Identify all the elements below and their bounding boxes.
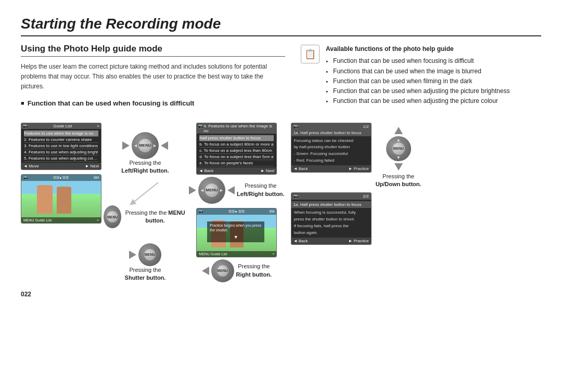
arrow-left-icon-2 — [227, 186, 235, 194]
updown-control: MENU ▲ ▼ Pressing the Up/Down button. — [376, 127, 422, 189]
pressing-label-1: Pressing the Left/Right button. — [121, 159, 169, 175]
arrow-left-icon-right-btn — [202, 267, 209, 275]
shutter-dial: MENU — [138, 243, 161, 266]
arrow-right-icon-2 — [189, 186, 196, 194]
photo2-group: 📷 ☰☰● ☰☰ 8M Practice begins when you pre… — [189, 208, 285, 282]
section-bullet-label: Function that can be used when focusing … — [28, 99, 195, 107]
photo-info-top: ☰☰● ☰☰ — [53, 176, 69, 180]
person2 — [57, 187, 71, 214]
dial-2: MENU ◄ ► — [198, 177, 225, 204]
arrow-right-icon-shutter — [129, 251, 136, 259]
dial2-left: ◄ — [200, 188, 205, 193]
photo-menu-label: MENU Guide List — [23, 218, 52, 222]
practice-page: 2/2 — [363, 194, 369, 199]
guide-row-2: 2. Features to counter camera shake — [24, 137, 98, 143]
section-heading: Using the Photo Help guide mode — [21, 44, 285, 57]
left-right-control-2: MENU ◄ ► Pressing the Left/Right button. — [189, 177, 285, 204]
dial-right-btn: MENU — [211, 259, 234, 282]
practice-line-2: press the shutter button to shoot. — [294, 216, 368, 223]
menu-pressing-label: Pressing the the MENU button. — [123, 209, 187, 225]
dial-1: MENU ◄ ► — [132, 132, 159, 159]
photo2-menu-label: MENU Guide List — [199, 252, 227, 256]
practice-screen-group: 📷 2/2 1a. Half press shutter button to f… — [291, 192, 422, 244]
photo2-bottom-bar: MENU Guide List + — [197, 251, 276, 257]
feature-item-2: Functions that can be used when the imag… — [326, 67, 510, 76]
arrow-down-icon — [394, 163, 403, 171]
dial-updown-bottom: ▼ — [396, 155, 401, 160]
menu-button-section: MENU Pressing the the MENU button. — [104, 180, 187, 228]
photo-screen-1: 📷 ☰☰● ☰☰ 8M MENU Guide List + — [21, 174, 101, 224]
focus-footer: ◄ Back ► Practice — [291, 165, 371, 172]
focus-subheader: 1a. Half press shutter button to focus — [291, 129, 371, 136]
guide-icon: 📷 — [23, 124, 28, 128]
person1 — [37, 185, 53, 214]
dial-updown-top: ▲ — [396, 137, 401, 142]
intro-description: Helps the user learn the correct picture… — [21, 62, 285, 92]
practice-line-1: When focusing is successful, fully — [294, 210, 368, 216]
note-icon: 📋 — [301, 45, 320, 63]
focus-line-3: - Green: Focusing successful — [294, 151, 368, 158]
diagram-area: 📷 Guide List » Features to use when the … — [21, 123, 541, 282]
guide-list-footer: ◄ Move ► Next — [21, 163, 101, 169]
guide-row-4: 4. Features to use when adjusting bright — [24, 149, 98, 155]
practice-footer: ◄ Back ► Practice — [291, 238, 371, 244]
arrow-up-icon — [394, 127, 403, 134]
photo2-top-bar: 📷 ☰☰● ☰☰ 8M — [197, 208, 276, 215]
shutter-row: MENU — [129, 243, 161, 266]
practice-caption: Practice begins when you press the shutt… — [207, 221, 264, 242]
feat-icon: 📷 — [198, 124, 203, 133]
right-top-group: 📷 1/2 1a. Half press shutter button to f… — [291, 123, 422, 189]
menu-dial-row: MENU Pressing the the MENU button. — [104, 205, 187, 228]
practice-header: 📷 2/2 — [291, 193, 371, 200]
pressing-label-2: Pressing the Left/Right button. — [237, 182, 285, 198]
feat-row-3: c. To focus on a subject less than 80cm — [199, 148, 274, 154]
photo2-megapixel: 8M — [270, 210, 275, 214]
svg-line-0 — [132, 182, 158, 203]
feat-row-5: e. To focus on people's faces — [199, 160, 274, 166]
left-right-bold-2: Left/Right button. — [237, 191, 285, 197]
dial2-right: ► — [219, 188, 224, 193]
center-right-screens: 📷 4. Features to use when the Image is o… — [189, 123, 285, 282]
features-footer: ◄ Back ► Next — [197, 167, 276, 174]
dial-left-arrow-1: ◄ — [133, 143, 138, 148]
photo2-plus: + — [272, 252, 274, 256]
guide-list-header: 📷 Guide List » — [21, 123, 101, 129]
right-button-control: MENU Pressing the Right button. — [202, 259, 272, 282]
feature-item-3: Function that can be used when filming i… — [326, 76, 510, 86]
dial-inner-1: MENU — [138, 139, 152, 152]
dial-updown: MENU ▲ ▼ — [386, 136, 411, 161]
right-pressing-label: Pressing the Right button. — [236, 263, 272, 279]
shutter-bold: Shutter button. — [125, 275, 166, 281]
feature-item-4: Function that can be used when adjusting… — [326, 86, 510, 96]
diagonal-arrow-svg — [127, 180, 163, 208]
feat-row-2: b. To focus on a subject 80cm or more a — [199, 141, 274, 148]
guide-list-screen: 📷 Guide List » Features to use when the … — [21, 123, 101, 170]
feat-row-4: d. To focus on a subject less than 5cm a — [199, 154, 274, 160]
dial-right-arrow-1: ► — [152, 143, 157, 148]
guide-list-title: Guide List — [53, 124, 72, 128]
right-column: 📷 1/2 1a. Half press shutter button to f… — [291, 123, 422, 282]
feature-item-1: Function that can be used when focusing … — [326, 56, 510, 66]
left-right-control-1: MENU ◄ ► Pressing the Left/Right button. — [121, 132, 169, 175]
features-title: 4. Features to use when the Image is ou — [203, 124, 275, 133]
shutter-pressing-label: Pressing the Shutter button. — [125, 266, 166, 282]
features-screen: 📷 4. Features to use when the Image is o… — [196, 123, 277, 175]
arrow-right-icon-1 — [122, 141, 130, 150]
focusing-screen: 📷 1/2 1a. Half press shutter button to f… — [291, 123, 372, 173]
features-screen-group: 📷 4. Features to use when the Image is o… — [189, 123, 285, 204]
updown-bold: Up/Down button. — [376, 181, 422, 187]
photo-megapixel: 8M — [94, 176, 99, 180]
photo-screen-2: 📷 ☰☰● ☰☰ 8M Practice begins when you pre… — [196, 208, 277, 257]
practice-content: When focusing is successful, fully press… — [294, 210, 368, 236]
left-screens: 📷 Guide List » Features to use when the … — [21, 123, 101, 282]
page-title: Starting the Recording mode — [21, 16, 541, 36]
focus-content: Focusing status can be checked by half-p… — [294, 138, 368, 164]
focus-line-4: - Red: Focusing failed — [294, 158, 368, 164]
practice-subheader: 1a. Half press shutter button to focus — [291, 201, 371, 208]
shutter-control: MENU Pressing the Shutter button. — [125, 243, 166, 282]
photo-couple-image — [21, 175, 101, 223]
guide-row-1: Features to use when the image is ou — [24, 130, 98, 137]
available-title: Available functions of the photo help gu… — [326, 44, 510, 54]
focus-page: 1/2 — [363, 124, 369, 129]
guide-row-5: 5. Features to use when adjusting colour… — [24, 155, 98, 162]
